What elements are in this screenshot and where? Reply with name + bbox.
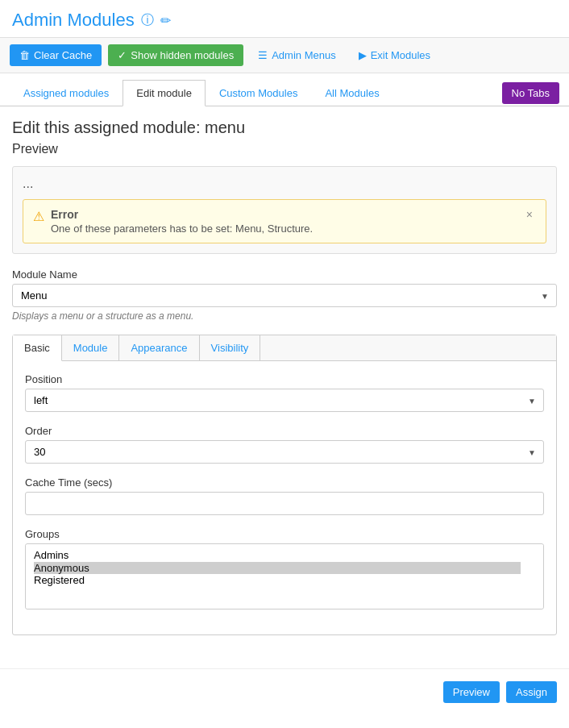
action-bar: Preview Assign: [0, 668, 569, 715]
module-name-select[interactable]: Menu: [12, 284, 557, 307]
position-select-wrapper: left right center top bottom: [25, 389, 544, 412]
position-label: Position: [25, 373, 544, 385]
tab-assigned-modules[interactable]: Assigned modules: [10, 80, 123, 106]
error-box: ⚠ Error One of these parameters has to b…: [23, 199, 546, 243]
position-field: Position left right center top bottom: [25, 373, 544, 412]
page-title: Admin Modules: [12, 10, 135, 31]
toolbar: 🗑 Clear Cache ✓ Show hidden modules ☰ Ad…: [0, 37, 569, 73]
module-name-label: Module Name: [12, 268, 557, 281]
error-close-button[interactable]: ×: [523, 208, 536, 221]
admin-menus-link[interactable]: ☰ Admin Menus: [250, 44, 343, 66]
inner-tab-appearance[interactable]: Appearance: [119, 335, 199, 360]
position-select[interactable]: left right center top bottom: [25, 389, 544, 412]
order-label: Order: [25, 425, 544, 437]
group-option-anonymous[interactable]: Anonymous: [34, 562, 521, 575]
show-hidden-button[interactable]: ✓ Show hidden modules: [108, 44, 243, 66]
main-content: Edit this assigned module: menu Preview …: [0, 106, 569, 660]
module-name-field: Module Name Menu Displays a menu or a st…: [12, 268, 557, 322]
section-title: Edit this assigned module: menu: [12, 119, 557, 137]
main-tabs: Assigned modules Edit module Custom Modu…: [0, 73, 569, 106]
inner-tabs-container: Basic Module Appearance Visibility Posit…: [12, 335, 557, 635]
preview-button[interactable]: Preview: [443, 681, 500, 703]
preview-label: Preview: [12, 142, 557, 156]
tab-custom-modules[interactable]: Custom Modules: [206, 80, 312, 106]
inner-tab-basic[interactable]: Basic: [13, 335, 62, 361]
order-select-wrapper: 0 5 10 15 20 25 30 35 40: [25, 440, 544, 464]
inner-tabs-nav: Basic Module Appearance Visibility: [13, 335, 556, 361]
error-text: Error One of these parameters has to be …: [51, 208, 313, 235]
order-field: Order 0 5 10 15 20 25 30 35 40: [25, 425, 544, 464]
groups-listbox-container: Admins Anonymous Registered: [25, 543, 544, 609]
page-header: Admin Modules ⓘ ✏: [0, 0, 569, 37]
tab-all-modules[interactable]: All Modules: [311, 80, 392, 106]
group-option-registered[interactable]: Registered: [34, 574, 521, 587]
module-hint: Displays a menu or a structure as a menu…: [12, 310, 557, 322]
cache-time-label: Cache Time (secs): [25, 476, 544, 489]
order-select[interactable]: 0 5 10 15 20 25 30 35 40: [25, 440, 544, 464]
groups-field: Groups Admins Anonymous Registered: [25, 528, 544, 609]
group-option-admins[interactable]: Admins: [34, 549, 521, 562]
cache-time-input[interactable]: [25, 492, 544, 515]
warning-icon: ⚠: [33, 209, 44, 224]
cache-time-field: Cache Time (secs): [25, 476, 544, 515]
error-title: Error: [51, 208, 313, 221]
error-content: ⚠ Error One of these parameters has to b…: [33, 208, 313, 235]
module-name-select-wrapper: Menu: [12, 284, 557, 307]
groups-label: Groups: [25, 528, 544, 540]
inner-tab-module[interactable]: Module: [62, 335, 120, 360]
no-tabs-button[interactable]: No Tabs: [502, 82, 559, 104]
edit-icon[interactable]: ✏: [160, 13, 171, 28]
exit-modules-link[interactable]: ▶ Exit Modules: [351, 44, 438, 66]
menu-icon: ☰: [258, 49, 268, 61]
clear-cache-button[interactable]: 🗑 Clear Cache: [10, 44, 102, 66]
tab-edit-module[interactable]: Edit module: [123, 80, 206, 106]
error-message: One of these parameters has to be set: M…: [51, 223, 313, 235]
help-icon[interactable]: ⓘ: [141, 12, 154, 29]
inner-tab-content: Position left right center top bottom Or…: [13, 361, 556, 634]
assign-button[interactable]: Assign: [506, 681, 557, 703]
preview-dots: ...: [23, 177, 546, 191]
inner-tab-visibility[interactable]: Visibility: [200, 335, 261, 360]
preview-box: ... ⚠ Error One of these parameters has …: [12, 166, 557, 254]
clear-cache-icon: 🗑: [19, 49, 30, 61]
exit-icon: ▶: [359, 49, 367, 61]
groups-select[interactable]: Admins Anonymous Registered: [26, 544, 543, 609]
check-icon: ✓: [118, 49, 127, 61]
